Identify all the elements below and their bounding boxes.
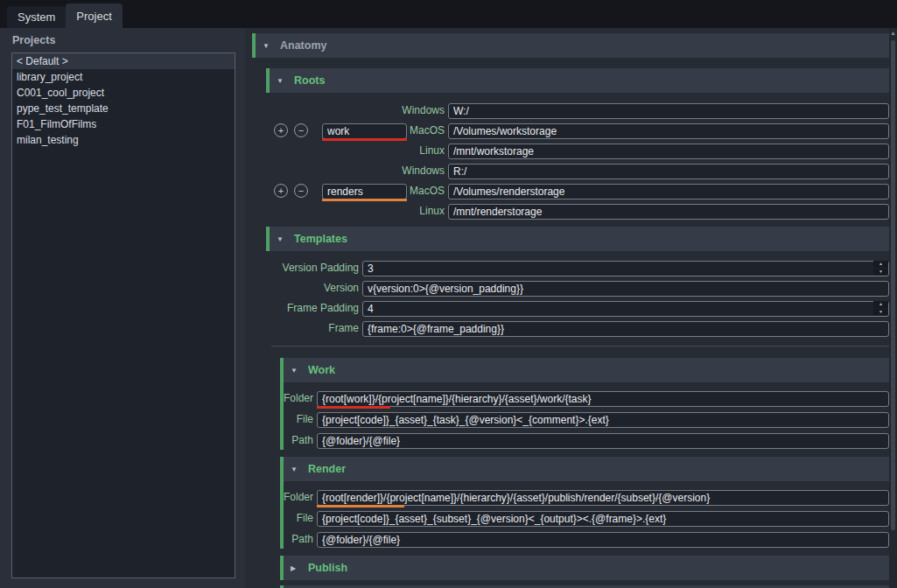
section-accent-bar — [266, 68, 270, 93]
collapse-arrow-icon[interactable]: ▼ — [277, 235, 287, 243]
project-list-item[interactable]: < Default > — [12, 53, 235, 69]
projects-title: Projects — [12, 34, 55, 46]
render-file-input[interactable] — [317, 511, 889, 527]
work-section-header[interactable]: ▼ Work — [284, 358, 889, 382]
add-root-button[interactable]: + — [274, 123, 288, 137]
project-list-item[interactable]: F01_FilmOfFilms — [12, 116, 235, 132]
folder-label: Folder — [284, 392, 317, 404]
work-path-input[interactable] — [317, 433, 889, 449]
frame-padding-row: Frame Padding ▲ ▼ — [245, 300, 889, 316]
root-work-windows-input[interactable] — [448, 103, 889, 119]
modified-underline — [317, 505, 404, 508]
root-windows-row: Windows — [245, 163, 889, 178]
root-name-input[interactable] — [322, 123, 407, 139]
path-label: Path — [284, 533, 317, 545]
collapse-arrow-icon[interactable]: ▼ — [277, 77, 287, 85]
folder-label: Folder — [284, 491, 317, 503]
section-accent-bar — [266, 227, 270, 251]
spin-up-button[interactable]: ▲ — [873, 261, 888, 268]
version-padding-input[interactable] — [362, 261, 889, 276]
spin-down-button[interactable]: ▼ — [873, 269, 888, 276]
roots-section-title: Roots — [294, 74, 325, 87]
file-label: File — [284, 413, 317, 425]
macos-label: MacOS — [410, 185, 445, 197]
remove-root-button[interactable]: − — [294, 184, 308, 198]
render-subsection: ▼ Render Folder File — [280, 457, 889, 549]
scrollbar-track[interactable]: ▲ — [889, 28, 897, 588]
render-path-row: Path — [284, 531, 889, 547]
root-renders-linux-input[interactable] — [448, 204, 889, 220]
templates-section-title: Templates — [294, 233, 347, 245]
work-folder-input[interactable] — [317, 391, 889, 407]
templates-section-header[interactable]: ▼ Templates — [266, 227, 889, 251]
expand-arrow-icon[interactable]: ▶ — [291, 564, 301, 572]
root-name-input[interactable] — [322, 184, 407, 200]
render-path-input[interactable] — [317, 532, 889, 548]
work-file-input[interactable] — [317, 412, 889, 428]
collapse-arrow-icon[interactable]: ▼ — [291, 466, 301, 473]
root-macos-row: + − MacOS — [245, 183, 889, 199]
frame-label: Frame — [245, 322, 362, 334]
version-label: Version — [245, 282, 362, 294]
templates-body: Version Padding ▲ ▼ Version Frame Paddin… — [245, 260, 889, 336]
frame-template-row: Frame — [245, 320, 889, 336]
top-tab-bar: System Project — [0, 0, 897, 28]
root-renders-windows-input[interactable] — [448, 164, 889, 179]
settings-main-panel: ▼ Anatomy ▼ Roots Windows — [245, 28, 897, 588]
collapse-arrow-icon[interactable]: ▼ — [291, 367, 301, 374]
project-list-item[interactable]: library_project — [12, 69, 235, 85]
spin-up-button[interactable]: ▲ — [873, 301, 888, 308]
scroll-up-icon[interactable]: ▲ — [890, 30, 896, 36]
tab-system[interactable]: System — [7, 6, 66, 28]
render-file-row: File — [284, 510, 889, 526]
linux-label: Linux — [419, 205, 445, 217]
add-root-button[interactable]: + — [274, 184, 288, 198]
version-padding-label: Version Padding — [245, 262, 362, 274]
version-padding-row: Version Padding ▲ ▼ — [245, 260, 889, 276]
section-accent-bar — [252, 33, 256, 58]
collapse-arrow-icon[interactable]: ▼ — [263, 42, 273, 50]
work-path-row: Path — [284, 432, 889, 448]
frame-padding-input[interactable] — [362, 301, 889, 317]
root-renders-macos-input[interactable] — [448, 184, 889, 200]
frame-template-input[interactable] — [362, 321, 889, 337]
work-file-row: File — [284, 411, 889, 427]
modified-underline — [322, 138, 407, 141]
linux-label: Linux — [419, 144, 445, 157]
projects-sidebar: Projects < Default > library_project C00… — [0, 28, 245, 588]
version-template-input[interactable] — [362, 281, 889, 297]
roots-section-header[interactable]: ▼ Roots — [266, 68, 889, 93]
publish-subsection: ▶ Publish — [280, 556, 889, 580]
root-work-macos-input[interactable] — [448, 123, 889, 139]
project-list-item[interactable]: pype_test_template — [12, 101, 235, 116]
divider — [271, 346, 889, 346]
windows-label: Windows — [402, 164, 445, 177]
render-folder-input[interactable] — [317, 490, 889, 506]
render-section-title: Render — [308, 463, 346, 475]
project-list-item[interactable]: milan_testing — [12, 132, 235, 148]
remove-root-button[interactable]: − — [294, 123, 308, 137]
root-work-linux-input[interactable] — [448, 144, 889, 159]
work-section-title: Work — [308, 364, 335, 376]
project-list-item[interactable]: C001_cool_project — [12, 85, 235, 101]
windows-label: Windows — [402, 104, 445, 116]
spin-down-button[interactable]: ▼ — [873, 309, 888, 316]
work-subsection: ▼ Work Folder File — [280, 358, 889, 450]
frame-padding-label: Frame Padding — [245, 302, 362, 314]
roots-body: Windows + − MacOS — [245, 102, 889, 219]
render-folder-row: Folder — [284, 489, 889, 505]
settings-window: System Project Projects < Default > libr… — [0, 0, 897, 588]
publish-section-title: Publish — [308, 562, 347, 574]
tab-project[interactable]: Project — [66, 4, 122, 28]
macos-label: MacOS — [410, 124, 445, 136]
render-section-header[interactable]: ▼ Render — [284, 457, 889, 481]
project-list[interactable]: < Default > library_project C001_cool_pr… — [11, 52, 235, 578]
file-label: File — [284, 512, 317, 524]
publish-section-header[interactable]: ▶ Publish — [284, 556, 889, 580]
modified-underline — [322, 199, 407, 201]
anatomy-section-title: Anatomy — [280, 39, 326, 52]
root-macos-row: + − MacOS — [245, 122, 889, 138]
modified-underline — [317, 406, 390, 409]
scrollbar-thumb[interactable] — [891, 40, 895, 530]
anatomy-section-header[interactable]: ▼ Anatomy — [252, 33, 889, 58]
